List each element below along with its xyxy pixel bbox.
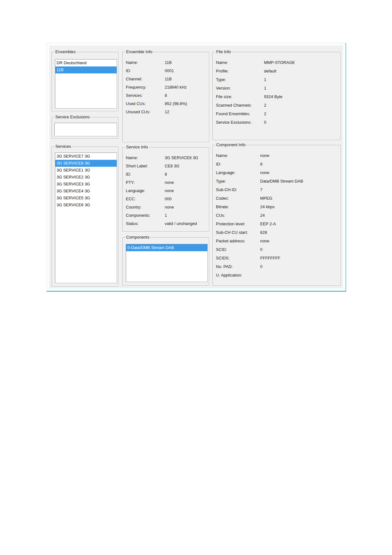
ensemble-list-item[interactable]: 11B bbox=[55, 66, 117, 73]
service-list-item-label: 3G SERVICE1 3G bbox=[57, 168, 90, 172]
info-row: Name: 3G SERVICE8 3G bbox=[126, 154, 208, 163]
info-row: Version: 1 bbox=[216, 85, 339, 93]
info-row: PTY: none bbox=[126, 179, 208, 187]
info-row-label: ID: bbox=[216, 162, 221, 166]
info-row: Protection level: EEP 2-A bbox=[216, 221, 339, 229]
info-row-value: 3G SERVICE8 3G bbox=[165, 155, 198, 160]
ensembles-listbox[interactable]: DR Deutschland 11B bbox=[55, 59, 117, 109]
info-row-value: MPEG bbox=[260, 196, 272, 201]
info-row-value: default bbox=[264, 69, 276, 73]
ensemble-info-group: Ensemble Info Name: 11B ID: 0001 bbox=[122, 52, 209, 142]
info-row: Short Label: CE8 3G bbox=[126, 163, 208, 171]
info-row: CUs: 24 bbox=[216, 212, 339, 221]
info-row-value: 828 bbox=[260, 230, 267, 235]
info-row-value: 1 bbox=[264, 77, 266, 82]
service-list-item-label: 3G SERVICE8 3G bbox=[57, 161, 90, 165]
info-row: U. Application: bbox=[216, 272, 339, 280]
info-row: ID: 0001 bbox=[126, 67, 208, 76]
info-row-value: CE8 3G bbox=[165, 164, 179, 168]
ensemble-list-item-label: DR Deutschland bbox=[57, 60, 87, 65]
info-row-label: Frequency: bbox=[126, 85, 146, 90]
info-row-value: 1 bbox=[264, 86, 266, 90]
info-row-label: Found Ensembles: bbox=[216, 111, 250, 116]
info-row: Scanned Channels: 2 bbox=[216, 102, 339, 110]
info-row-value: 2 bbox=[264, 111, 266, 116]
info-row-value: 8 bbox=[260, 162, 262, 166]
info-row: Codec: MPEG bbox=[216, 195, 339, 203]
service-list-item-label: 3G SERVICE3 3G bbox=[57, 182, 90, 186]
component-list-item[interactable]: 0-Data/DMB Stream DAB bbox=[126, 244, 207, 251]
info-row-value: none bbox=[260, 153, 269, 158]
info-row-value: valid / unchanged bbox=[165, 221, 197, 226]
info-row-label: Bitrate: bbox=[216, 204, 229, 209]
info-row-value: 0 bbox=[260, 264, 262, 269]
service-list-item[interactable]: 3G SERVICE1 3G bbox=[55, 167, 117, 174]
service-exclusions-listbox[interactable] bbox=[54, 123, 117, 136]
components-listbox[interactable]: 0-Data/DMB Stream DAB bbox=[126, 244, 208, 282]
info-row: SCIDS: FFFFFFFF bbox=[216, 255, 339, 263]
info-row: Packet address: none bbox=[216, 238, 339, 246]
service-list-item[interactable]: 3G SERVICE4 3G bbox=[55, 188, 117, 195]
ensemble-list-item[interactable]: DR Deutschland bbox=[55, 59, 117, 66]
info-row: Language: none bbox=[126, 187, 208, 196]
info-row: ID: 8 bbox=[216, 161, 339, 169]
info-row: Components: 1 bbox=[126, 212, 208, 220]
info-row-value: 218640 kHz bbox=[165, 85, 187, 90]
info-row-label: Codec: bbox=[216, 196, 229, 201]
info-row-label: Scanned Channels: bbox=[216, 103, 252, 108]
service-list-item-label: 3G SERVICE7 3G bbox=[57, 154, 90, 159]
service-list-item[interactable]: 3G SERVICE5 3G bbox=[55, 195, 117, 202]
info-row-label: Protection level: bbox=[216, 221, 245, 226]
info-row-value: 1 bbox=[165, 213, 167, 218]
info-row: ID: 8 bbox=[126, 171, 208, 179]
info-row: Frequency: 218640 kHz bbox=[126, 84, 208, 92]
info-row: Type: Data/DMB Stream DAB bbox=[216, 178, 339, 186]
info-row: Profile: default bbox=[216, 68, 339, 76]
info-row-label: Name: bbox=[126, 60, 138, 65]
info-row-value: 7 bbox=[260, 187, 262, 192]
services-group: Services 3G SERVICE7 3G 3G SERVICE8 3G 3… bbox=[52, 147, 119, 287]
info-row: Name: 11B bbox=[126, 59, 208, 67]
info-row: Service Exclusions: 0 bbox=[216, 119, 339, 128]
component-info-group: Component Info Name: none ID: 8 bbox=[212, 145, 341, 286]
service-list-item[interactable]: 3G SERVICE2 3G bbox=[55, 174, 117, 181]
info-row-label: Components: bbox=[126, 213, 150, 218]
info-row-label: Packet address: bbox=[216, 239, 245, 243]
info-row-value: 24 kbps bbox=[260, 204, 275, 209]
info-row-label: Service Exclusions: bbox=[216, 120, 252, 125]
window-client-area: Ensembles DR Deutschland 11B Service Exc… bbox=[49, 46, 343, 288]
file-info-group-label: File Info bbox=[215, 49, 232, 54]
info-row-label: Language: bbox=[216, 170, 235, 175]
info-row: File size: 9324 Byte bbox=[216, 93, 339, 102]
service-list-item[interactable]: 3G SERVICE3 3G bbox=[55, 181, 117, 188]
info-row-label: ID: bbox=[126, 172, 131, 177]
services-listbox[interactable]: 3G SERVICE7 3G 3G SERVICE8 3G 3G SERVICE… bbox=[55, 153, 117, 283]
file-info-group: File Info Name: MMP-STORAGE Profile: def… bbox=[212, 52, 341, 140]
info-row-label: Profile: bbox=[216, 69, 229, 73]
info-row-label: Language: bbox=[126, 188, 145, 193]
info-row-label: ECC: bbox=[126, 196, 136, 201]
info-row: Sub-CH CU start: 828 bbox=[216, 229, 339, 238]
ensemble-list-item-label: 11B bbox=[57, 67, 64, 72]
info-row-label: Sub-CH-ID: bbox=[216, 187, 237, 192]
info-row-label: Type: bbox=[216, 77, 226, 82]
info-row-value: Data/DMB Stream DAB bbox=[260, 179, 303, 184]
info-row-value: none bbox=[165, 205, 174, 209]
info-row: SCID: 0 bbox=[216, 246, 339, 255]
info-row-label: Status: bbox=[126, 221, 138, 226]
service-list-item-label: 3G SERVICE5 3G bbox=[57, 196, 90, 200]
info-row-label: Country: bbox=[126, 205, 141, 209]
service-list-item-label: 3G SERVICE4 3G bbox=[57, 189, 90, 193]
service-list-item[interactable]: 3G SERVICE7 3G bbox=[55, 153, 117, 160]
ensemble-info-group-label: Ensemble Info bbox=[125, 49, 153, 54]
info-row-label: SCID: bbox=[216, 247, 227, 252]
service-info-rows: Name: 3G SERVICE8 3G Short Label: CE8 3G… bbox=[126, 154, 208, 230]
components-group-label: Components bbox=[125, 235, 150, 240]
info-row-label: CUs: bbox=[216, 213, 225, 218]
info-row-label: ID: bbox=[126, 68, 131, 73]
app-window: Ensembles DR Deutschland 11B Service Exc… bbox=[46, 43, 346, 292]
file-info-rows: Name: MMP-STORAGE Profile: default Type:… bbox=[216, 59, 339, 139]
service-list-item[interactable]: 3G SERVICE6 3G bbox=[55, 202, 117, 209]
info-row-label: Name: bbox=[216, 153, 228, 158]
service-list-item[interactable]: 3G SERVICE8 3G bbox=[55, 160, 117, 167]
